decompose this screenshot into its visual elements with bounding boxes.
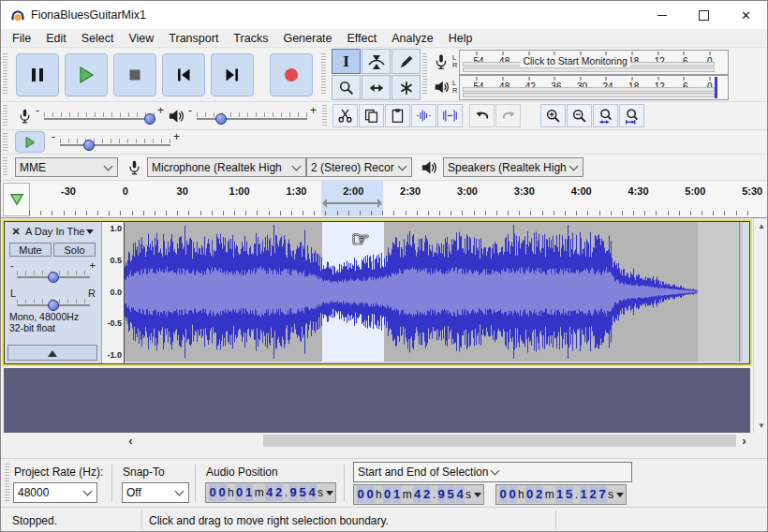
vertical-scrollbar[interactable]: ▲ ▼ bbox=[753, 218, 768, 433]
zoom-out-button[interactable] bbox=[567, 104, 592, 127]
hscroll-thumb[interactable] bbox=[263, 435, 736, 447]
play-icon bbox=[77, 66, 96, 84]
timeline-ruler[interactable]: -300301:001:302:002:303:003:304:004:305:… bbox=[1, 181, 768, 218]
menu-transport[interactable]: Transport bbox=[161, 32, 226, 45]
record-meter-channels: LR bbox=[452, 54, 457, 69]
toolbar-grip[interactable] bbox=[3, 157, 7, 178]
recording-volume-slider[interactable]: - + bbox=[44, 107, 155, 126]
gain-thumb[interactable] bbox=[48, 272, 59, 283]
time-shift-tool-button[interactable] bbox=[362, 75, 391, 100]
play-speed-slider[interactable]: - + bbox=[60, 133, 170, 152]
menu-file[interactable]: File bbox=[5, 32, 38, 45]
selection-tool-button[interactable]: I bbox=[332, 49, 361, 74]
trim-audio-button[interactable] bbox=[411, 104, 436, 127]
scroll-up-icon[interactable]: ▲ bbox=[754, 218, 768, 233]
minimize-button[interactable] bbox=[641, 1, 683, 29]
envelope-tool-button[interactable] bbox=[362, 49, 391, 74]
toolbar-grip[interactable] bbox=[322, 105, 327, 126]
track-close-button[interactable]: ✕ bbox=[9, 225, 22, 238]
undo-button[interactable] bbox=[469, 104, 495, 127]
playback-meter[interactable]: -54-48-42-36-30-24-18-12-60 bbox=[459, 75, 729, 100]
selection-mode-select[interactable]: Start and End of Selection bbox=[353, 462, 632, 482]
toolbar-grip[interactable] bbox=[3, 53, 7, 96]
play-at-speed-button[interactable] bbox=[15, 131, 45, 153]
solo-button[interactable]: Solo bbox=[53, 243, 96, 257]
vertical-ruler[interactable]: 1.00.50.0-0.5-1.0 bbox=[102, 222, 125, 363]
recording-volume-thumb[interactable] bbox=[144, 113, 155, 125]
menu-analyze[interactable]: Analyze bbox=[384, 32, 440, 45]
status-bar: Stopped. Click and drag to move right se… bbox=[1, 507, 768, 532]
recording-device-select[interactable]: Microphone (Realtek High bbox=[147, 157, 306, 177]
mute-button[interactable]: Mute bbox=[9, 243, 52, 257]
play-button[interactable] bbox=[65, 53, 108, 96]
track-pan-slider[interactable] bbox=[17, 293, 90, 312]
selection-start-field[interactable]: 00h01m42.954s bbox=[353, 484, 484, 505]
menu-view[interactable]: View bbox=[121, 32, 161, 45]
maximize-button[interactable] bbox=[683, 1, 725, 29]
skip-to-start-button[interactable] bbox=[162, 53, 205, 96]
track-collapse-button[interactable] bbox=[7, 345, 97, 361]
monitoring-overlay[interactable]: Click to Start Monitoring bbox=[520, 55, 629, 66]
silence-audio-button[interactable] bbox=[437, 104, 463, 127]
toolbar-grip[interactable] bbox=[321, 53, 326, 96]
toolbar-row-1: I LR -54-48-42-3 bbox=[1, 48, 768, 102]
timeline-label: 1:30 bbox=[286, 185, 306, 197]
paste-button[interactable] bbox=[385, 104, 410, 127]
audio-host-select[interactable]: MME bbox=[15, 157, 118, 177]
record-button[interactable] bbox=[270, 53, 313, 96]
toolbar-grip[interactable] bbox=[3, 133, 7, 152]
skip-to-end-button[interactable] bbox=[211, 53, 254, 96]
recording-meter[interactable]: -54-48-42-36-30-24-18-12-60 Click to Sta… bbox=[459, 50, 729, 75]
fit-project-button[interactable] bbox=[619, 104, 644, 127]
selection-end-field[interactable]: 00h02m15.127s bbox=[495, 484, 627, 505]
timeline-label: -30 bbox=[61, 185, 76, 197]
timeline-options-button[interactable] bbox=[3, 183, 30, 216]
play-speed-thumb[interactable] bbox=[83, 140, 95, 151]
record-meter-bar-right bbox=[463, 67, 715, 72]
cut-button[interactable] bbox=[332, 104, 358, 127]
stop-button[interactable] bbox=[113, 53, 156, 96]
scroll-right-icon[interactable]: › bbox=[736, 433, 752, 449]
pause-button[interactable] bbox=[16, 53, 59, 96]
time-field-caret-icon[interactable] bbox=[326, 491, 333, 499]
audio-track[interactable]: ✕ A Day In The Mute Solo - + L R Mono, 4… bbox=[4, 221, 750, 364]
track-gain-slider[interactable] bbox=[17, 265, 90, 284]
multi-tool-button[interactable] bbox=[391, 75, 421, 100]
selection-drag-arrow-icon[interactable] bbox=[325, 202, 379, 204]
draw-tool-button[interactable] bbox=[391, 49, 421, 74]
toolbar-grip[interactable] bbox=[422, 53, 427, 96]
playback-device-select[interactable]: Speakers (Realtek High Def bbox=[443, 157, 583, 177]
zoom-in-button[interactable] bbox=[540, 104, 566, 127]
toolbar-grip[interactable] bbox=[3, 105, 7, 126]
menu-select[interactable]: Select bbox=[74, 32, 122, 45]
title-bar[interactable]: FionaBluesGuitarMix1 ✕ bbox=[1, 1, 768, 29]
toolbar-grip[interactable] bbox=[5, 464, 9, 503]
close-button[interactable]: ✕ bbox=[725, 1, 767, 29]
playback-volume-slider[interactable]: - + bbox=[197, 107, 307, 126]
zoom-tool-button[interactable] bbox=[332, 75, 361, 100]
recording-channels-select[interactable]: 2 (Stereo) Recor bbox=[306, 157, 412, 177]
redo-button[interactable] bbox=[495, 104, 521, 127]
project-rate-select[interactable]: 48000 bbox=[13, 482, 97, 503]
copy-button[interactable] bbox=[359, 104, 384, 127]
audio-position-field[interactable]: 00h01m42.954s bbox=[205, 482, 336, 503]
pan-thumb[interactable] bbox=[48, 300, 59, 311]
snap-to-select[interactable]: Off bbox=[122, 482, 189, 503]
menu-effect[interactable]: Effect bbox=[340, 32, 385, 45]
fit-selection-button[interactable] bbox=[593, 104, 618, 127]
track-name-menu[interactable]: A Day In The bbox=[25, 225, 98, 238]
empty-track-area[interactable] bbox=[4, 368, 750, 433]
time-field-caret-icon[interactable] bbox=[474, 493, 481, 501]
waveform-display[interactable]: ☞ bbox=[125, 222, 749, 363]
scroll-down-icon[interactable]: ▼ bbox=[754, 418, 768, 433]
waveform-canvas[interactable] bbox=[125, 222, 743, 362]
playback-volume-thumb[interactable] bbox=[215, 113, 227, 125]
menu-tracks[interactable]: Tracks bbox=[226, 32, 275, 45]
time-field-caret-icon[interactable] bbox=[616, 493, 624, 501]
horizontal-scrollbar[interactable]: ‹ › bbox=[1, 433, 768, 449]
paste-icon bbox=[390, 108, 406, 124]
gain-max-label: + bbox=[90, 259, 96, 271]
menu-edit[interactable]: Edit bbox=[38, 32, 74, 45]
menu-help[interactable]: Help bbox=[441, 32, 480, 45]
menu-generate[interactable]: Generate bbox=[275, 32, 339, 45]
